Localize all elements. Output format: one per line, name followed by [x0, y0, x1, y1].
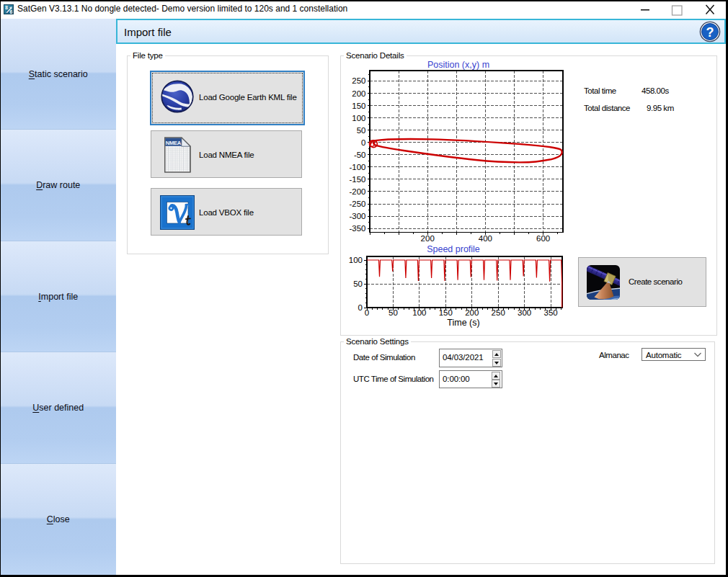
svg-text:-250: -250 — [349, 200, 365, 208]
svg-text:100: 100 — [412, 308, 426, 317]
svg-text:150: 150 — [352, 102, 365, 110]
svg-text:0: 0 — [358, 303, 363, 312]
svg-text:-350: -350 — [349, 224, 365, 233]
svg-text:0: 0 — [361, 138, 365, 147]
svg-text:-300: -300 — [349, 212, 365, 220]
svg-text:200: 200 — [421, 234, 435, 243]
svg-text:250: 250 — [492, 308, 505, 317]
svg-text:250: 250 — [352, 76, 365, 85]
svg-text:600: 600 — [536, 234, 550, 243]
svg-text:150: 150 — [439, 308, 453, 317]
svg-text:200: 200 — [352, 89, 365, 98]
svg-text:-150: -150 — [349, 175, 365, 184]
svg-text:6: 6 — [9, 9, 12, 14]
svg-text:?: ? — [706, 25, 714, 40]
svg-text:100: 100 — [349, 256, 363, 264]
svg-text:50: 50 — [357, 126, 366, 135]
svg-text:350: 350 — [544, 308, 558, 317]
svg-text:50: 50 — [389, 308, 398, 317]
svg-text:Speed profile: Speed profile — [427, 245, 480, 254]
svg-text:-200: -200 — [349, 187, 365, 196]
svg-text:50: 50 — [353, 279, 363, 288]
svg-text:-100: -100 — [349, 163, 365, 171]
svg-text:400: 400 — [479, 234, 492, 243]
svg-text:8: 8 — [5, 5, 8, 10]
svg-text:0: 0 — [365, 308, 369, 317]
svg-text:100: 100 — [352, 114, 365, 122]
svg-text:NMEA: NMEA — [166, 140, 182, 146]
svg-text:Position (x,y) m: Position (x,y) m — [427, 60, 489, 70]
svg-text:200: 200 — [465, 308, 479, 317]
svg-text:-50: -50 — [354, 151, 366, 159]
svg-text:Time (s): Time (s) — [447, 318, 479, 328]
svg-text:300: 300 — [518, 308, 531, 317]
